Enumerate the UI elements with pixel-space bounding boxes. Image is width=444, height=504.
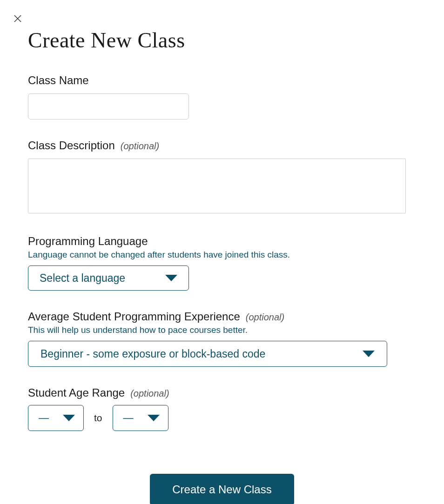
programming-language-hint: Language cannot be changed after student… (28, 250, 416, 260)
experience-select[interactable]: Beginner - some exposure or block-based … (28, 341, 387, 367)
programming-language-selected: Select a language (40, 272, 125, 285)
age-from-select[interactable]: — (28, 405, 84, 431)
class-description-label: Class Description (28, 139, 115, 152)
close-icon (14, 15, 21, 22)
create-class-form: Create New Class Class Name Class Descri… (0, 0, 444, 504)
page-title: Create New Class (28, 28, 416, 53)
chevron-down-icon (148, 415, 160, 421)
programming-language-group: Programming Language Language cannot be … (28, 235, 416, 291)
class-name-label: Class Name (28, 74, 89, 87)
age-from-selected: — (39, 412, 49, 424)
chevron-down-icon (165, 275, 177, 281)
experience-hint: This will help us understand how to pace… (28, 325, 416, 335)
class-name-input[interactable] (28, 93, 189, 119)
age-to-select[interactable]: — (113, 405, 168, 431)
experience-label: Average Student Programming Experience (28, 310, 240, 323)
experience-group: Average Student Programming Experience (… (28, 310, 416, 367)
programming-language-select[interactable]: Select a language (28, 265, 189, 291)
programming-language-label: Programming Language (28, 235, 148, 248)
close-button[interactable] (12, 13, 23, 24)
age-range-label: Student Age Range (28, 386, 125, 399)
age-to-selected: — (123, 412, 134, 424)
class-description-group: Class Description (optional) (28, 139, 416, 215)
age-range-separator: to (94, 412, 102, 424)
class-name-group: Class Name (28, 74, 416, 119)
class-description-input[interactable] (28, 159, 406, 213)
experience-selected: Beginner - some exposure or block-based … (40, 348, 265, 360)
experience-optional: (optional) (246, 312, 284, 323)
chevron-down-icon (63, 415, 75, 421)
chevron-down-icon (363, 351, 375, 357)
age-range-group: Student Age Range (optional) — to — (28, 386, 416, 431)
class-description-optional: (optional) (121, 141, 159, 152)
create-class-button[interactable]: Create a New Class (150, 474, 294, 504)
age-range-optional: (optional) (130, 388, 169, 399)
